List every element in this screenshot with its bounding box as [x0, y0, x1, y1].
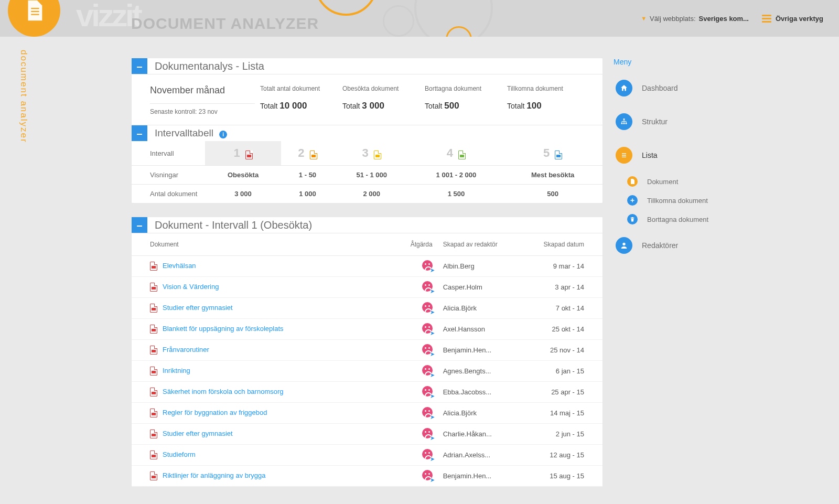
menu-item-dokument[interactable]: Dokument: [614, 172, 745, 191]
metric-value: 500: [444, 101, 459, 111]
collapse-button[interactable]: –: [132, 58, 147, 74]
menu-item-tillkomna-dokument[interactable]: Tillkomna dokument: [614, 191, 745, 210]
action-button[interactable]: ➤: [422, 407, 433, 419]
file-icon: [150, 325, 157, 334]
table-row: Säkerhet inom förskola och barnomsorg➤Eb…: [132, 382, 603, 403]
table-row: Studier efter gymnasiet➤Alicia.Björk7 ok…: [132, 298, 603, 319]
table-row: Frånvarorutiner➤Benjamin.Hen...25 nov - …: [132, 340, 603, 361]
cursor-icon: ➤: [430, 351, 435, 358]
site-picker[interactable]: ▼ Välj webbplats: Sveriges kom...: [641, 15, 749, 23]
action-button[interactable]: ➤: [422, 281, 433, 293]
brand-logo: [8, 0, 60, 37]
table-row: Studieform➤Adrian.Axelss...12 aug - 15: [132, 445, 603, 466]
cursor-icon: ➤: [430, 393, 435, 400]
svg-rect-2: [623, 123, 625, 124]
menu-item-redaktörer[interactable]: Redaktörer: [614, 229, 745, 262]
editor-cell: Albin.Berg: [438, 256, 532, 277]
action-button[interactable]: ➤: [422, 470, 433, 482]
document-link[interactable]: Studier efter gymnasiet: [163, 430, 233, 437]
menu-item-label: Dokument: [647, 178, 678, 186]
other-tools-button[interactable]: Övriga verktyg: [762, 15, 823, 23]
document-link[interactable]: Regler för byggnation av friggebod: [163, 409, 267, 416]
document-link[interactable]: Säkerhet inom förskola och barnomsorg: [163, 388, 284, 395]
itbl-cell[interactable]: Obesökta: [205, 166, 281, 185]
cursor-icon: ➤: [430, 414, 435, 421]
itbl-cell[interactable]: Mest besökta: [503, 166, 603, 185]
menu-item-struktur[interactable]: Struktur: [614, 105, 745, 138]
action-button[interactable]: ➤: [422, 302, 433, 314]
editor-cell: Alicia.Björk: [438, 298, 532, 319]
cursor-icon: ➤: [430, 288, 435, 295]
table-row: Regler för byggnation av friggebod➤Alici…: [132, 403, 603, 424]
document-icon: [22, 0, 46, 23]
action-button[interactable]: ➤: [422, 386, 433, 398]
site-picker-value: Sveriges kom...: [699, 15, 749, 23]
cursor-icon: ➤: [430, 435, 435, 442]
document-link[interactable]: Blankett för uppsägning av förskoleplats: [163, 325, 284, 333]
date-cell: 15 aug - 15: [532, 466, 603, 487]
file-icon: [150, 283, 157, 292]
itbl-cell[interactable]: 1 - 50: [281, 166, 334, 185]
collapse-button[interactable]: –: [132, 125, 147, 141]
interval-col-4[interactable]: 4: [410, 141, 503, 166]
itbl-cell[interactable]: 500: [503, 185, 603, 203]
table-row: Elevhälsan➤Albin.Berg9 mar - 14: [132, 256, 603, 277]
date-cell: 25 nov - 14: [532, 340, 603, 361]
cursor-icon: ➤: [430, 330, 435, 337]
action-button[interactable]: ➤: [422, 428, 433, 440]
interval-col-2[interactable]: 2: [281, 141, 334, 166]
collapse-button[interactable]: –: [132, 217, 147, 233]
action-button[interactable]: ➤: [422, 323, 433, 335]
document-link[interactable]: Studier efter gymnasiet: [163, 304, 233, 312]
action-button[interactable]: ➤: [422, 344, 433, 356]
menu-item-lista[interactable]: Lista: [614, 138, 745, 172]
table-row: Riktlinjer för anläggning av brygga➤Benj…: [132, 466, 603, 487]
svg-rect-0: [623, 119, 625, 120]
plus-icon: [627, 195, 638, 206]
table-row: Studier efter gymnasiet➤Charlie.Håkan...…: [132, 424, 603, 445]
product-title: DOCUMENT ANALYZER: [131, 15, 319, 33]
file-icon: [150, 409, 157, 417]
file-icon: [150, 430, 157, 438]
date-cell: 3 apr - 14: [532, 277, 603, 298]
menu-item-dashboard[interactable]: Dashboard: [614, 71, 745, 105]
action-button[interactable]: ➤: [422, 260, 433, 272]
col-doc[interactable]: Dokument: [132, 233, 391, 256]
itbl-cell[interactable]: 1 500: [410, 185, 503, 203]
panel-title: Intervalltabell i: [147, 127, 234, 139]
col-action[interactable]: Åtgärda: [391, 233, 438, 256]
metric-label: Tillkomna dokument: [507, 85, 584, 92]
list-icon: [616, 147, 632, 164]
cursor-icon: ➤: [430, 372, 435, 379]
document-link[interactable]: Frånvarorutiner: [163, 346, 209, 353]
itbl-cell[interactable]: 3 000: [205, 185, 281, 203]
action-button[interactable]: ➤: [422, 365, 433, 377]
file-icon: [150, 304, 157, 313]
date-cell: 2 jun - 15: [532, 424, 603, 445]
itbl-cell[interactable]: 1 001 - 2 000: [410, 166, 503, 185]
interval-col-5[interactable]: 5: [503, 141, 603, 166]
col-editor[interactable]: Skapad av redaktör: [438, 233, 532, 256]
editor-cell: Charlie.Håkan...: [438, 424, 532, 445]
interval-col-3[interactable]: 3: [334, 141, 410, 166]
interval-col-1[interactable]: 1: [205, 141, 281, 166]
editor-cell: Benjamin.Hen...: [438, 466, 532, 487]
date-cell: 9 mar - 14: [532, 256, 603, 277]
date-cell: 25 apr - 15: [532, 382, 603, 403]
info-icon[interactable]: i: [219, 131, 227, 138]
itbl-cell[interactable]: 1 000: [281, 185, 334, 203]
date-cell: 6 jan - 15: [532, 361, 603, 382]
panel-summary: – Dokumentanalys - Lista November månad …: [131, 58, 603, 203]
document-link[interactable]: Inriktning: [163, 367, 190, 374]
menu-item-borttagna-dokument[interactable]: Borttagna dokument: [614, 210, 745, 229]
table-row: Blankett för uppsägning av förskoleplats…: [132, 319, 603, 340]
col-date[interactable]: Skapad datum: [532, 233, 603, 256]
action-button[interactable]: ➤: [422, 449, 433, 461]
itbl-cell[interactable]: 51 - 1 000: [334, 166, 410, 185]
document-link[interactable]: Studieform: [163, 451, 196, 458]
doc-icon: [627, 176, 638, 187]
document-link[interactable]: Elevhälsan: [163, 262, 196, 270]
document-link[interactable]: Vision & Värdering: [163, 283, 219, 291]
itbl-cell[interactable]: 2 000: [334, 185, 410, 203]
document-link[interactable]: Riktlinjer för anläggning av brygga: [163, 471, 266, 479]
